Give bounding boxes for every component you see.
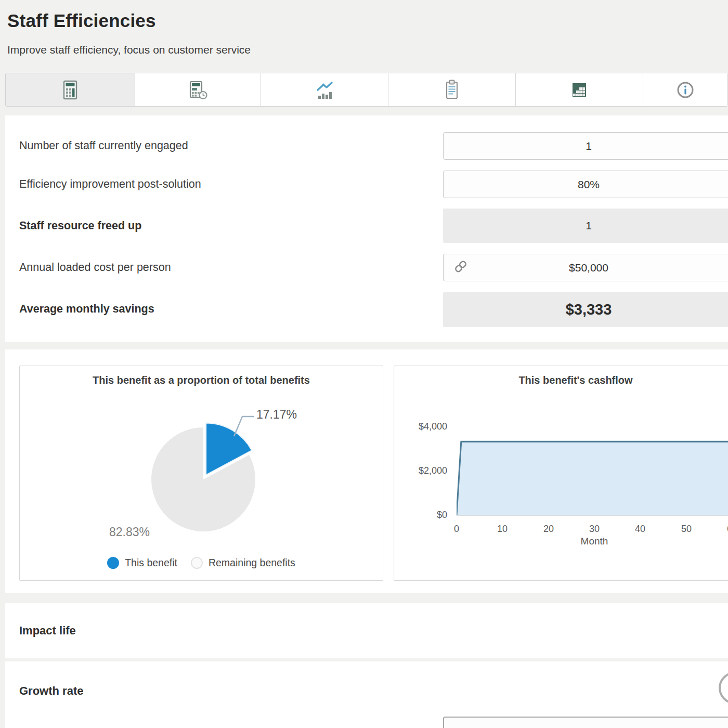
legend-label: This benefit [125,557,177,569]
clipboard-icon [441,78,463,102]
app-window: Staff Efficiencies Improve staff efficie… [0,0,728,728]
growth-rate-label: Growth rate [19,684,83,698]
legend-label: Remaining benefits [209,557,295,569]
tab-strip [5,73,728,107]
calculator-icon [59,79,81,101]
x-tick: 50 [681,524,692,535]
impact-life-label: Impact life [19,624,76,638]
impact-life-section: Impact life [5,603,728,658]
staff-engaged-value: 1 [586,140,592,152]
legend-item-remaining-benefits[interactable]: Remaining benefits [191,557,295,569]
annual-cost-value: $50,000 [569,262,608,274]
monthly-savings-output: $3,333 [443,292,728,327]
info-icon [674,79,697,101]
legend-dot-blue [107,557,119,569]
legend-dot-gray [191,557,203,569]
x-axis-label: Month [581,536,608,547]
pie-chart-title: This benefit as a proportion of total be… [20,374,383,386]
chart-trend-icon [312,79,337,101]
link-icon [453,258,469,277]
efficiency-improvement-input[interactable]: 80% [443,171,728,198]
tab-info[interactable] [643,73,727,106]
x-tick: 40 [635,524,645,535]
staff-engaged-input[interactable]: 1 [443,132,728,160]
field-label: Annual loaded cost per person [19,261,171,274]
pie-chart [20,366,384,581]
staff-freed-output: 1 [443,209,728,243]
legend-item-this-benefit[interactable]: This benefit [107,557,177,569]
pie-legend: This benefit Remaining benefits [20,557,383,569]
field-label: Average monthly savings [19,303,154,316]
field-label: Number of staff currently engaged [19,139,188,152]
field-label: Efficiency improvement post-solution [19,178,201,191]
growth-rate-input[interactable] [443,717,728,728]
tab-calculator-schedule[interactable] [135,73,261,106]
spreadsheet-chart-icon [568,79,590,101]
calculator-clock-icon [186,78,210,102]
x-tick: 20 [543,524,554,535]
tab-calculator[interactable] [6,73,135,106]
y-tick: $0 [398,510,447,521]
area-fill [457,441,728,515]
staff-freed-value: 1 [586,219,592,232]
benefit-proportion-chart-card: This benefit as a proportion of total be… [19,366,383,581]
x-tick: 0 [454,524,459,535]
field-label: Staff resource freed up [19,219,141,232]
inputs-panel: Number of staff currently engaged 1 Effi… [5,115,728,342]
page-title: Staff Efficiencies [7,10,156,31]
annual-cost-input[interactable]: $50,000 [443,254,728,281]
x-tick: 10 [497,524,508,535]
cashflow-chart-title: This benefit's cashflow [394,374,728,386]
cashflow-chart-card: This benefit's cashflow $4,000 $2,000 $0… [394,366,728,581]
y-tick: $4,000 [398,421,447,432]
y-tick: $2,000 [398,465,447,476]
tab-results-table[interactable] [515,73,643,106]
cashflow-area-chart [457,426,728,516]
charts-panel: This benefit as a proportion of total be… [5,349,728,593]
monthly-savings-value: $3,333 [566,301,612,318]
pie-main-percentage: 17.17% [256,408,297,422]
pie-remaining-percentage: 82.83% [109,525,150,539]
efficiency-improvement-value: 80% [578,178,600,191]
tab-chart[interactable] [261,73,388,106]
tab-notes[interactable] [388,73,515,106]
x-tick: 30 [589,524,600,535]
page-subtitle: Improve staff efficiency, focus on custo… [7,44,251,56]
